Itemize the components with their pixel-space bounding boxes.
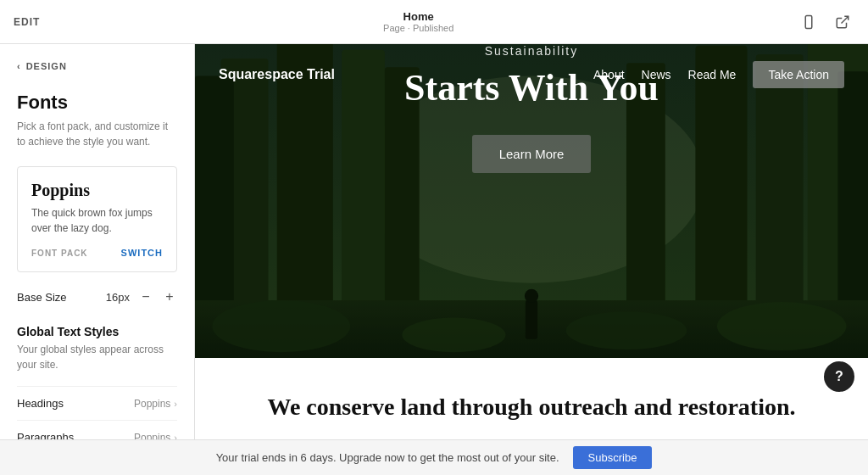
preview-area: Squarespace Trial About News Read Me Tak… — [195, 44, 868, 439]
site-nav: Squarespace Trial About News Read Me Tak… — [195, 44, 868, 105]
base-size-row: Base Size 16px − + — [17, 289, 177, 305]
fonts-desc: Pick a font pack, and customize it to ac… — [17, 119, 177, 149]
base-size-controls: 16px − + — [106, 289, 177, 305]
trial-bar: Your trial ends in 6 days. Upgrade now t… — [0, 439, 868, 475]
edit-label: EDIT — [14, 16, 40, 28]
base-size-label: Base Size — [17, 291, 67, 304]
font-card-footer: FONT PACK SWITCH — [31, 248, 163, 258]
font-card: Poppins The quick brown fox jumps over t… — [17, 166, 177, 272]
sidebar: ‹ DESIGN Fonts Pick a font pack, and cus… — [0, 44, 195, 439]
font-pack-label: FONT PACK — [31, 249, 88, 258]
top-bar: EDIT Home Page · Published — [0, 0, 868, 44]
help-button[interactable]: ? — [824, 361, 854, 392]
top-bar-left: EDIT — [14, 16, 40, 28]
nav-cta-button[interactable]: Take Action — [753, 61, 844, 88]
page-title: Home — [403, 10, 434, 23]
fonts-title: Fonts — [17, 92, 177, 114]
increase-size-button[interactable]: + — [162, 289, 177, 305]
hero-section: Squarespace Trial About News Read Me Tak… — [195, 44, 868, 358]
font-name: Poppins — [31, 181, 163, 200]
style-rows-container: Headings Poppins › Paragraphs Poppins › … — [17, 386, 177, 439]
content-section: We conserve land through outreach and re… — [195, 358, 868, 439]
style-row-right: Poppins › — [134, 398, 177, 410]
global-text-title: Global Text Styles — [17, 325, 177, 338]
base-size-value: 16px — [106, 291, 130, 304]
svg-rect-0 — [805, 15, 812, 28]
chevron-right-icon: › — [174, 433, 177, 440]
website-preview: Squarespace Trial About News Read Me Tak… — [195, 44, 868, 439]
style-row-value: Poppins — [134, 398, 170, 410]
site-logo: Squarespace Trial — [219, 67, 335, 82]
site-nav-links: About News Read Me Take Action — [593, 61, 844, 88]
style-row-headings[interactable]: Headings Poppins › — [17, 386, 177, 420]
content-heading: We conserve land through outreach and re… — [246, 392, 817, 422]
font-sample: The quick brown fox jumps over the lazy … — [31, 205, 163, 236]
back-link[interactable]: ‹ DESIGN — [17, 61, 177, 71]
content-text: Some of the Earth's greatest landscapes … — [246, 436, 817, 439]
global-text-desc: Your global styles appear across your si… — [17, 342, 177, 372]
style-row-label: Headings — [17, 397, 64, 410]
main-layout: ‹ DESIGN Fonts Pick a font pack, and cus… — [0, 44, 868, 439]
nav-link-news[interactable]: News — [642, 68, 671, 81]
trial-text: Your trial ends in 6 days. Upgrade now t… — [216, 451, 559, 464]
page-subtitle: Page · Published — [383, 23, 453, 33]
top-bar-center: Home Page · Published — [383, 10, 453, 33]
mobile-preview-icon[interactable] — [797, 10, 821, 34]
top-bar-right — [797, 10, 854, 34]
style-row-right: Poppins › — [134, 432, 177, 440]
style-row-value: Poppins — [134, 432, 170, 440]
subscribe-button[interactable]: Subscribe — [573, 446, 653, 469]
back-label: DESIGN — [26, 61, 67, 71]
switch-button[interactable]: SWITCH — [121, 248, 163, 258]
style-row-paragraphs[interactable]: Paragraphs Poppins › — [17, 420, 177, 439]
external-link-icon[interactable] — [831, 10, 854, 34]
nav-link-about[interactable]: About — [593, 68, 625, 81]
decrease-size-button[interactable]: − — [138, 289, 153, 305]
chevron-right-icon: › — [174, 399, 177, 409]
style-row-label: Paragraphs — [17, 431, 74, 439]
hero-learn-more-button[interactable]: Learn More — [472, 135, 592, 173]
svg-line-2 — [841, 16, 848, 23]
back-chevron-icon: ‹ — [17, 61, 21, 71]
nav-link-readme[interactable]: Read Me — [688, 68, 737, 81]
